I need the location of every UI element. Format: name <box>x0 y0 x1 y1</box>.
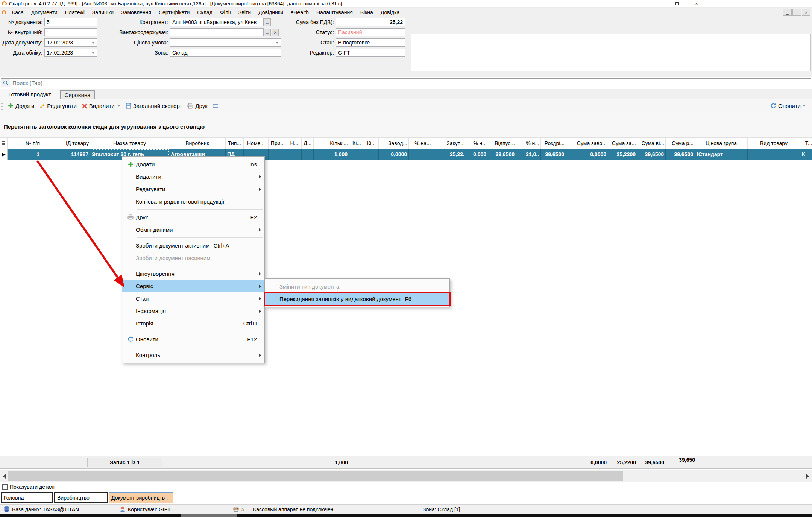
menu-windows[interactable]: Вікна <box>357 8 377 17</box>
search-icon[interactable] <box>1 79 10 87</box>
cell-13[interactable]: 0,0000 <box>379 149 409 160</box>
menu-help[interactable]: Довідка <box>377 8 403 17</box>
column-header-15[interactable]: Закуп... <box>437 138 466 149</box>
wintab-main[interactable]: Головна <box>1 492 53 503</box>
cell-25[interactable] <box>748 149 800 160</box>
cell-14[interactable] <box>409 149 437 160</box>
context-menu-item-0[interactable]: ДодатиIns <box>122 158 264 170</box>
search-input[interactable] <box>10 79 811 87</box>
column-header-21[interactable]: Сума за... <box>608 138 637 149</box>
cell-22[interactable]: 39,6500 <box>637 149 666 160</box>
chevron-down-icon[interactable] <box>276 42 279 44</box>
column-header-26[interactable]: Т... <box>800 138 812 149</box>
group-by-band[interactable]: Перетягніть заголовок колонки сюди для у… <box>0 113 812 138</box>
add-button[interactable]: Додати <box>5 101 37 111</box>
context-menu-item-14[interactable]: Інформація <box>122 305 264 317</box>
show-details-checkbox[interactable] <box>2 484 8 490</box>
contragent-field[interactable]: Апт №003 пгт.Барышевка, ул.Киев <box>170 18 264 26</box>
cell-20[interactable]: 0,0000 <box>566 149 608 160</box>
menu-settings[interactable]: Налаштування <box>313 8 357 17</box>
wintab-production[interactable]: Виробництво <box>54 492 108 503</box>
menu-warehouse[interactable]: Склад <box>193 8 216 17</box>
cell-18[interactable]: 31,0.. <box>516 149 541 160</box>
menu-branches[interactable]: Філії <box>216 8 235 17</box>
cell-1[interactable]: 1 <box>8 149 41 160</box>
print-button[interactable]: Друк <box>185 101 210 111</box>
cell-2[interactable]: 114987 <box>41 149 90 160</box>
cell-12[interactable] <box>364 149 379 160</box>
column-header-11[interactable]: Кі... <box>349 138 364 149</box>
context-menu-item-12[interactable]: Сервіс <box>122 280 264 292</box>
column-header-16[interactable]: % н... <box>466 138 488 149</box>
column-header-25[interactable]: Вид товару <box>748 138 800 149</box>
refresh-button[interactable]: Оновити <box>768 101 808 111</box>
column-header-4[interactable]: Виробник <box>169 138 226 149</box>
cell-11[interactable] <box>349 149 364 160</box>
column-list-button[interactable] <box>210 102 221 110</box>
internal-number-field[interactable] <box>44 28 97 36</box>
cell-26[interactable]: К <box>800 149 812 160</box>
consignee-field[interactable] <box>170 28 264 36</box>
column-header-23[interactable]: Сума р... <box>666 138 695 149</box>
cell-16[interactable]: 0,000 <box>466 149 488 160</box>
context-menu-item-6[interactable]: Обмін даними <box>122 224 264 236</box>
cell-15[interactable]: 25,22. <box>437 149 466 160</box>
context-menu-item-8[interactable]: Зробити документ активнимCtrl+A <box>122 239 264 252</box>
menu-orders[interactable]: Замовлення <box>117 8 155 17</box>
maximize-button[interactable] <box>667 0 687 7</box>
column-header-22[interactable]: Сума ві... <box>637 138 666 149</box>
cell-21[interactable]: 25,2200 <box>608 149 637 160</box>
cell-8[interactable] <box>287 149 302 160</box>
context-menu-item-15[interactable]: ІсторіяCtrl+I <box>122 317 264 330</box>
column-header-13[interactable]: Завод... <box>379 138 409 149</box>
consignee-browse-button[interactable]: ... <box>264 29 271 36</box>
mdi-close-button[interactable]: × <box>802 9 810 16</box>
column-header-19[interactable]: Роздрі... <box>541 138 566 149</box>
column-header-3[interactable]: Назва товару <box>90 138 169 149</box>
menu-stocks[interactable]: Залишки <box>88 8 117 17</box>
doc-number-field[interactable]: 5 <box>44 18 97 26</box>
zone-field[interactable]: Склад <box>170 49 281 57</box>
delete-button[interactable]: Видалити <box>79 101 123 111</box>
column-header-20[interactable]: Сума заво... <box>566 138 608 149</box>
doc-date-field[interactable]: 17.02.2023 <box>44 38 97 47</box>
context-menu-item-13[interactable]: Стан <box>122 292 264 305</box>
submenu-item-1[interactable]: Перекидання залишків у видатковий докуме… <box>265 293 449 305</box>
menu-directories[interactable]: Довідники <box>255 8 287 17</box>
mdi-minimize-button[interactable]: _ <box>783 9 792 16</box>
search-bar[interactable] <box>1 78 811 87</box>
column-header-6[interactable]: Номе... <box>244 138 269 149</box>
cell-7[interactable] <box>269 149 287 160</box>
tab-finished-product[interactable]: Готовий продукт <box>0 89 59 99</box>
export-button[interactable]: Загальний експорт <box>123 101 185 111</box>
wintab-production-document[interactable]: Документ виробництв . <box>109 492 173 503</box>
price-condition-field[interactable] <box>170 38 281 47</box>
scroll-right-icon[interactable] <box>806 474 809 479</box>
context-menu-item-2[interactable]: Редагувати <box>122 183 264 195</box>
mdi-restore-button[interactable] <box>792 9 801 16</box>
consignee-clear-button[interactable]: X <box>272 29 279 36</box>
column-header-17[interactable]: Відпус... <box>488 138 516 149</box>
context-menu-item-1[interactable]: Видалити <box>122 170 264 183</box>
cell-19[interactable]: 39,6500 <box>541 149 566 160</box>
column-header-24[interactable]: Цінова група <box>695 138 748 149</box>
chevron-down-icon[interactable] <box>92 52 95 54</box>
column-header-1[interactable]: № п/п <box>8 138 41 149</box>
menu-payments[interactable]: Платежі <box>61 8 88 17</box>
cell-17[interactable]: 39,6500 <box>488 149 516 160</box>
column-header-9[interactable]: Д... <box>302 138 314 149</box>
minimize-button[interactable]: ─ <box>648 0 667 7</box>
context-menu-item-3[interactable]: Копіювати рядок готової продукції <box>122 195 264 208</box>
column-header-7[interactable]: При... <box>269 138 287 149</box>
column-header-0[interactable] <box>0 138 8 149</box>
chevron-down-icon[interactable] <box>803 105 806 107</box>
cell-10[interactable]: 1,000 <box>314 149 349 160</box>
menu-documents[interactable]: Документи <box>27 8 61 17</box>
menu-ehealth[interactable]: eHealth <box>287 8 313 17</box>
menu-kasa[interactable]: Каса <box>8 8 27 17</box>
horizontal-scrollbar[interactable] <box>0 470 812 482</box>
context-menu-item-17[interactable]: ОновитиF12 <box>122 333 264 345</box>
edit-button[interactable]: Редагувати <box>37 101 79 111</box>
context-menu-item-11[interactable]: Ціноутворення <box>122 268 264 280</box>
context-menu-item-5[interactable]: ДрукF2 <box>122 211 264 224</box>
